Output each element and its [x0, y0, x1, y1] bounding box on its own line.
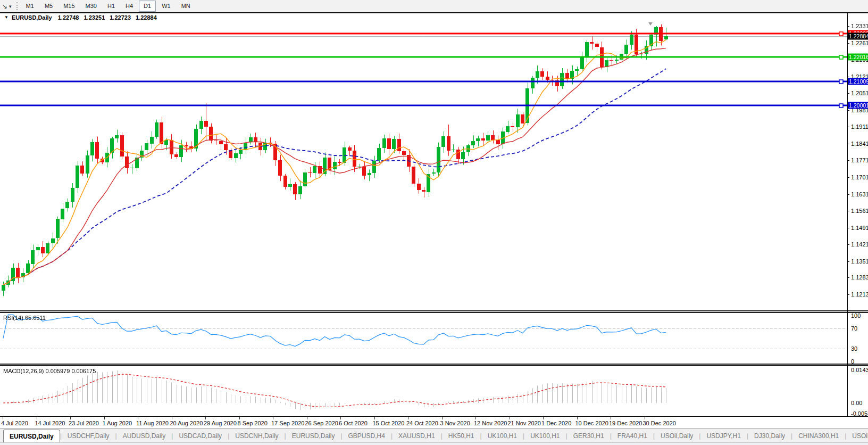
date-axis-tickmark — [577, 417, 578, 419]
tab-fra40-h1[interactable]: FRA40,H1 — [612, 430, 653, 442]
date-axis-tickmark — [307, 417, 307, 419]
ohlc-close: 1.22884 — [136, 14, 157, 21]
timeframe-button-h4[interactable]: H4 — [121, 1, 138, 12]
timeframe-buttons: M1M5M15M30H1H4D1W1MN — [21, 0, 196, 12]
chevron-down-icon[interactable]: ▾ — [9, 4, 12, 9]
hline-price-label[interactable]: 1.20001 — [848, 102, 868, 109]
date-axis-label: 24 Oct 2020 — [406, 420, 438, 426]
tab-usoil-h1[interactable]: USOil,H1 — [846, 430, 868, 442]
date-axis-label: 11 Aug 2020 — [136, 420, 169, 426]
rsi-panel-canvas[interactable] — [0, 313, 847, 364]
price-axis-tickmark — [847, 160, 849, 161]
price-axis-label: 1.23310 — [851, 23, 868, 29]
date-axis-tickmark — [340, 417, 341, 419]
date-axis-label: 19 Dec 2020 — [609, 420, 642, 426]
date-axis-tickmark — [205, 417, 206, 419]
date-axis-tickmark — [543, 417, 544, 419]
tab-dj30-daily[interactable]: DJ30,Daily — [748, 430, 791, 442]
price-axis-tickmark — [847, 244, 849, 245]
date-axis-tickmark — [510, 417, 510, 419]
price-axis-label: 1.18410 — [851, 141, 868, 147]
date-axis-tickmark — [442, 417, 443, 419]
timeframe-button-w1[interactable]: W1 — [157, 1, 176, 12]
rsi-axis-label: 0 — [851, 358, 854, 365]
main-chart-canvas[interactable] — [0, 21, 847, 310]
hline-price-label[interactable]: 1.21009 — [848, 78, 868, 85]
price-axis-label: 1.19110 — [851, 123, 868, 130]
price-axis-tickmark — [847, 228, 849, 228]
timeframe-button-m1[interactable]: M1 — [21, 1, 39, 12]
date-axis-label: 30 Dec 2020 — [643, 420, 676, 426]
tab-usdchf-daily[interactable]: USDCHF,Daily — [62, 430, 115, 442]
tab-usdcad-daily[interactable]: USDCAD,Daily — [173, 430, 228, 442]
date-axis-label: 17 Sep 2020 — [271, 420, 304, 426]
tab-uk100-h1[interactable]: UK100,H1 — [524, 430, 565, 442]
rsi-axis-label: 70 — [851, 325, 857, 332]
tab-gbpusd-h4[interactable]: GBPUSD,H4 — [343, 430, 391, 442]
date-axis-tickmark — [70, 417, 71, 419]
price-axis-label: 1.22610 — [851, 40, 868, 46]
application-window: ↘ ▾ M1M5M15M30H1H4D1W1MN ▼ EURUSD,Daily … — [0, 0, 868, 445]
tab-hk50-h1[interactable]: HK50,H1 — [443, 430, 480, 442]
date-axis-label: 14 Jul 2020 — [35, 420, 65, 426]
status-bar — [0, 442, 868, 445]
price-axis-label: 1.13510 — [851, 258, 868, 265]
date-axis-tickmark — [273, 417, 273, 419]
price-axis-tickmark — [847, 144, 849, 144]
macd-panel-canvas[interactable] — [0, 366, 847, 416]
hline-price-label[interactable]: 1.22016 — [848, 54, 868, 61]
date-axis-label: 12 Nov 2020 — [474, 420, 507, 426]
tab-audusd-daily[interactable]: AUDUSD,Daily — [117, 430, 172, 442]
date-axis[interactable]: 4 Jul 202014 Jul 202023 Jul 20201 Aug 20… — [0, 417, 868, 428]
price-axis-tickmark — [847, 211, 849, 211]
timeframe-button-d1[interactable]: D1 — [139, 1, 156, 12]
date-axis-tickmark — [239, 417, 240, 419]
price-axis-tickmark — [847, 127, 849, 127]
timeframe-button-mn[interactable]: MN — [177, 1, 195, 12]
date-axis-label: 4 Jul 2020 — [1, 420, 28, 426]
ohlc-low: 1.22723 — [110, 14, 131, 21]
chart-shift-marker[interactable] — [648, 22, 653, 26]
tab-usdjpy-h1[interactable]: USDJPY,H1 — [700, 430, 746, 442]
date-axis-tickmark — [172, 417, 172, 419]
price-axis-tickmark — [847, 277, 849, 278]
tab-xauusd-h1[interactable]: XAUUSD,H1 — [393, 430, 441, 442]
timeframe-button-m15[interactable]: M15 — [59, 1, 79, 12]
date-axis-label: 20 Aug 2020 — [170, 420, 203, 426]
toolbar-grip[interactable] — [16, 2, 18, 10]
date-axis-label: 8 Sep 2020 — [238, 420, 268, 426]
timeframe-button-m5[interactable]: M5 — [40, 1, 57, 12]
tab-usdcnh-daily[interactable]: USDCNH,Daily — [229, 430, 284, 442]
price-axis-tickmark — [847, 177, 849, 178]
tab-eurusd-daily[interactable]: EURUSD,Daily — [286, 430, 341, 442]
rsi-axis-label: 100 — [851, 312, 861, 319]
tab-china300-h1[interactable]: CHINA300,H1 — [792, 430, 845, 442]
price-axis-label: 1.12130 — [851, 291, 868, 298]
price-axis-tickmark — [847, 110, 849, 111]
tab-usoil-daily[interactable]: USOil,Daily — [655, 430, 699, 442]
tab-ger30-h1[interactable]: GER30,H1 — [567, 430, 610, 442]
macd-indicator-label: MACD(12,26,9) 0.005979 0.006175 — [3, 368, 96, 374]
price-axis-tickmark — [847, 77, 849, 77]
price-axis-label: 1.16310 — [851, 191, 868, 197]
date-axis-tickmark — [138, 417, 138, 419]
cursor-tool-icon[interactable]: ↘ — [2, 3, 7, 10]
date-axis-label: 1 Aug 2020 — [103, 420, 132, 426]
tab-uk100-h1[interactable]: UK100,H1 — [482, 430, 523, 442]
date-axis-tickmark — [408, 417, 408, 419]
date-axis-label: 10 Dec 2020 — [575, 420, 608, 426]
price-axis-tickmark — [847, 43, 849, 44]
date-axis-label: 21 Nov 2020 — [508, 420, 541, 426]
date-axis-label: 23 Jul 2020 — [69, 420, 99, 426]
timeframe-button-m30[interactable]: M30 — [81, 1, 102, 12]
date-axis-tickmark — [475, 417, 476, 419]
chart-collapse-icon[interactable]: ▼ — [4, 15, 9, 20]
chart-symbol-title: EURUSD,Daily — [12, 14, 52, 21]
date-axis-label: 1 Dec 2020 — [541, 420, 571, 426]
chart-title-row: ▼ EURUSD,Daily 1.22748 1.23251 1.22723 1… — [0, 13, 847, 21]
price-axis-label: 1.20510 — [851, 90, 868, 96]
macd-axis-label: -0.00539 — [851, 410, 868, 417]
ohlc-high: 1.23251 — [84, 14, 105, 21]
tab-eurusd-daily[interactable]: EURUSD,Daily — [3, 430, 60, 443]
timeframe-button-h1[interactable]: H1 — [103, 1, 120, 12]
